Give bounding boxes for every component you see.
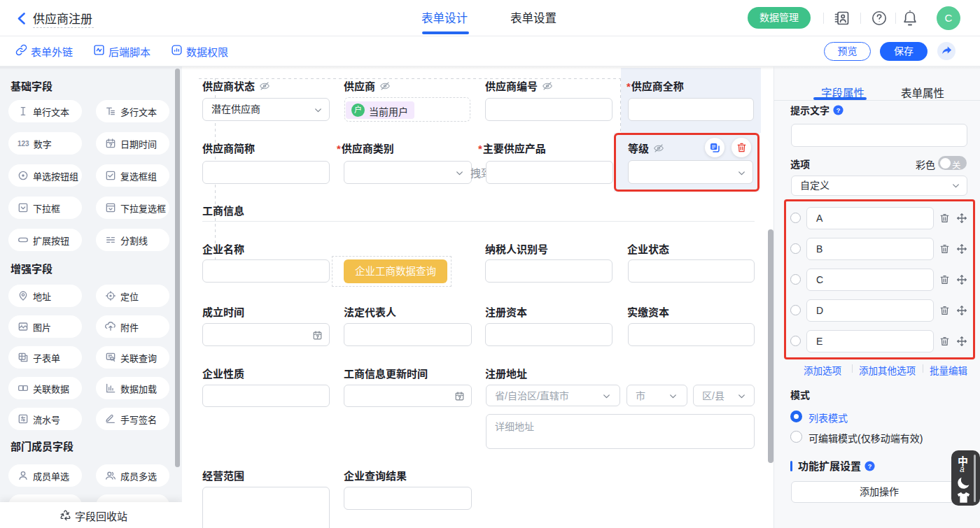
svg-text:?: ? xyxy=(868,463,872,470)
svg-text:?: ? xyxy=(836,107,841,114)
